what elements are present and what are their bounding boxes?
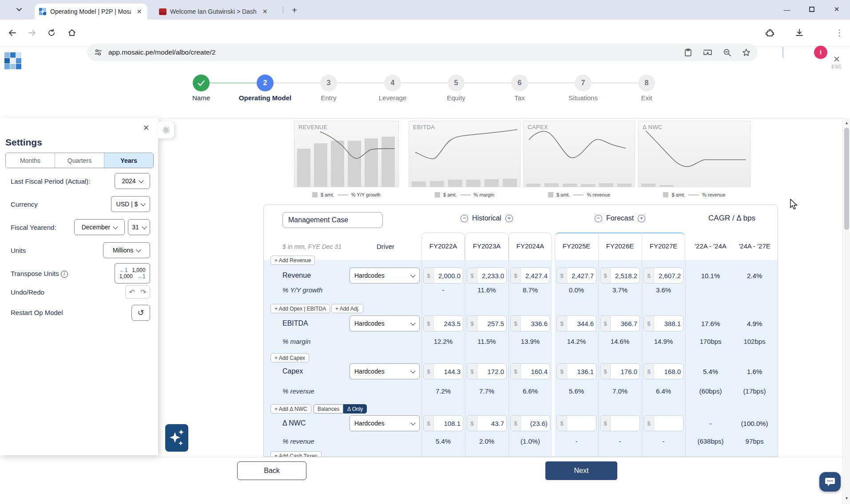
- ai-assistant-button[interactable]: [165, 424, 188, 452]
- add-capex-chip[interactable]: + Add Capex: [270, 353, 309, 362]
- tab-search-chevron-icon[interactable]: [13, 4, 25, 15]
- step-4-circle[interactable]: 4: [384, 75, 401, 91]
- nwc-fy2026e-input[interactable]: [611, 416, 639, 431]
- browser-tab-active[interactable]: Operating Model | P2P | Mosaic ✕: [35, 4, 147, 20]
- units-select[interactable]: Millions: [103, 242, 150, 258]
- capex-fy2027e-input[interactable]: [654, 364, 683, 379]
- esc-close-button[interactable]: ✕ ESC: [827, 54, 846, 69]
- nwc-fy2027e-input[interactable]: [654, 416, 683, 431]
- case-name-input[interactable]: [282, 212, 383, 228]
- site-settings-icon[interactable]: [94, 48, 102, 56]
- add-revenue-chip[interactable]: + Add Revenue: [270, 256, 315, 265]
- step-2-circle[interactable]: 2: [257, 75, 274, 91]
- nwc-fy2022a-input[interactable]: [434, 416, 463, 431]
- step-8-circle[interactable]: 8: [638, 75, 655, 91]
- ebitda-fy2024a-input[interactable]: [521, 316, 550, 331]
- transpose-units-button[interactable]: ←11,000 1,000→1: [115, 263, 150, 284]
- window-minimize-button[interactable]: —: [780, 3, 794, 16]
- bookmark-star-icon[interactable]: [742, 48, 751, 57]
- scroll-down-arrow[interactable]: ▼: [845, 496, 849, 500]
- revenue-fy2027e-input[interactable]: [654, 268, 683, 283]
- nwc-driver-select[interactable]: Hardcodes: [350, 415, 420, 431]
- tab-months[interactable]: Months: [6, 153, 55, 168]
- revenue-fy2023a-input[interactable]: [477, 268, 506, 283]
- back-arrow-icon[interactable]: [6, 27, 19, 39]
- vertical-scrollbar[interactable]: ▲ ▼: [842, 118, 850, 504]
- undo-icon[interactable]: ↶: [129, 288, 135, 296]
- tab-close-icon[interactable]: ✕: [261, 8, 269, 16]
- extensions-icon[interactable]: [764, 27, 776, 39]
- ebitda-fy2026e-input[interactable]: [611, 316, 639, 331]
- capex-driver-select[interactable]: Hardcodes: [350, 363, 420, 379]
- scroll-up-arrow[interactable]: ▲: [845, 121, 849, 125]
- nwc-fy2024a-input[interactable]: [521, 416, 550, 431]
- clipboard-icon[interactable]: [684, 48, 692, 57]
- currency-select[interactable]: USD | $: [111, 196, 150, 212]
- url-text[interactable]: app.mosaic.pe/model/albo/create/2: [108, 48, 215, 56]
- browser-menu-kebab-icon[interactable]: ⋮: [833, 27, 846, 39]
- settings-close-icon[interactable]: ✕: [143, 123, 149, 133]
- ebitda-fy2023a-input[interactable]: [477, 316, 506, 331]
- info-icon[interactable]: i: [61, 271, 68, 278]
- url-bar[interactable]: app.mosaic.pe/model/albo/create/2: [87, 43, 758, 61]
- redo-icon[interactable]: ↷: [140, 288, 146, 296]
- capex-fy2026e-input[interactable]: [611, 364, 639, 379]
- ebitda-sparkline: [409, 121, 520, 187]
- fiscal-month-select[interactable]: December: [74, 219, 125, 235]
- scrollbar-thumb[interactable]: [844, 128, 849, 230]
- capex-fy2023a-input[interactable]: [477, 364, 506, 379]
- expand-historical-icon[interactable]: +: [505, 215, 513, 222]
- back-button[interactable]: Back: [237, 461, 306, 480]
- add-cash-taxes-chip[interactable]: + Add Cash Taxes: [270, 451, 322, 457]
- capex-fy2022a-input[interactable]: [434, 364, 463, 379]
- forward-arrow-icon[interactable]: [26, 27, 38, 39]
- revenue-fy2022a-input[interactable]: [434, 268, 463, 283]
- tab-quarters[interactable]: Quarters: [55, 153, 104, 168]
- add-adj-chip[interactable]: + Add Adj.: [331, 304, 363, 313]
- browser-tab-inactive[interactable]: Welcome Ian Gutwinski > Dash ✕: [155, 4, 278, 20]
- nwc-fy2023a-input[interactable]: [477, 416, 506, 431]
- ebitda-fy2022a-input[interactable]: [434, 316, 463, 331]
- revenue-fy2024a-input[interactable]: [521, 268, 550, 283]
- step-7-circle[interactable]: 7: [575, 75, 592, 91]
- tab-close-icon[interactable]: ✕: [135, 8, 143, 16]
- capex-fy2024a-input[interactable]: [521, 364, 550, 379]
- delta-only-toggle[interactable]: Δ Only: [343, 404, 367, 413]
- revenue-driver-select[interactable]: Hardcodes: [350, 268, 420, 284]
- step-5-circle[interactable]: 5: [448, 75, 465, 91]
- zoom-out-icon[interactable]: [723, 48, 731, 57]
- new-tab-button[interactable]: +: [289, 4, 300, 16]
- restart-icon-button[interactable]: ↺: [131, 305, 150, 321]
- expand-forecast-icon[interactable]: +: [638, 215, 645, 222]
- collapse-historical-icon[interactable]: −: [461, 215, 468, 222]
- ebitda-fy2025e-input[interactable]: [567, 316, 596, 331]
- window-maximize-button[interactable]: [805, 3, 818, 16]
- step-3-circle[interactable]: 3: [320, 75, 337, 91]
- revenue-fy2026e-input[interactable]: [611, 268, 639, 283]
- step-1-circle[interactable]: [193, 75, 210, 91]
- download-icon[interactable]: [793, 27, 806, 39]
- home-icon[interactable]: [66, 27, 78, 39]
- next-button[interactable]: Next: [545, 461, 617, 480]
- profile-avatar[interactable]: I: [814, 46, 827, 59]
- ebitda-driver-select[interactable]: Hardcodes: [350, 315, 420, 331]
- col-header-cagr-fcst: '24A - '27E: [739, 242, 771, 250]
- settings-gear-tab[interactable]: [158, 122, 174, 138]
- fiscal-day-select[interactable]: 31: [128, 219, 150, 235]
- ebitda-fy2027e-input[interactable]: [654, 316, 683, 331]
- add-nwc-chip[interactable]: + Add Δ NWC: [270, 404, 311, 413]
- revenue-fy2025e-input[interactable]: [567, 268, 596, 283]
- reload-icon[interactable]: [45, 27, 58, 39]
- step-6-circle[interactable]: 6: [511, 75, 528, 91]
- capex-fy2025e-input[interactable]: [567, 364, 596, 379]
- chat-widget-button[interactable]: [819, 472, 841, 492]
- tab-years[interactable]: Years: [104, 153, 153, 168]
- collapse-forecast-icon[interactable]: −: [595, 215, 602, 222]
- window-close-button[interactable]: ✕: [830, 3, 843, 16]
- balances-toggle[interactable]: Balances: [314, 404, 343, 413]
- add-opex-ebitda-chip[interactable]: + Add Opex | EBITDA: [270, 304, 330, 313]
- nwc-chart-panel: Δ NWC: [638, 121, 751, 187]
- save-cast-icon[interactable]: [703, 48, 712, 57]
- last-fiscal-period-select[interactable]: 2024: [115, 173, 150, 189]
- nwc-fy2025e-input[interactable]: [567, 416, 596, 431]
